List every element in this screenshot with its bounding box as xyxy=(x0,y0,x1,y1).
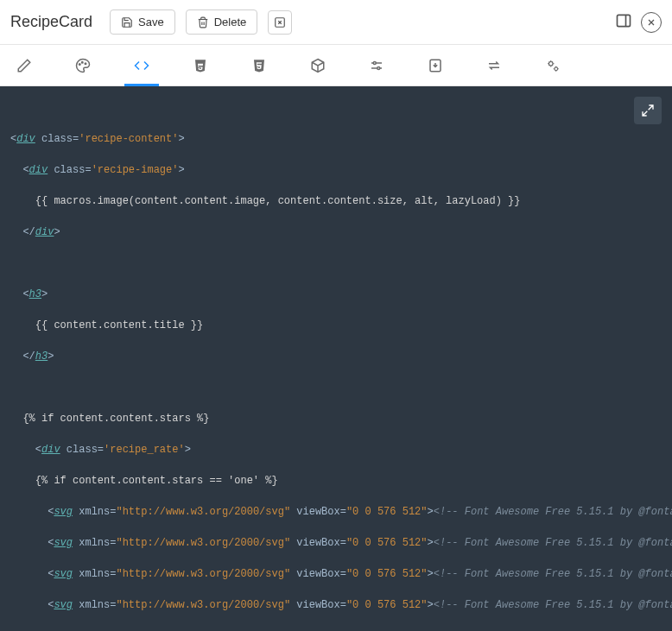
tab-html[interactable] xyxy=(187,45,214,86)
code-line: <h3> xyxy=(10,287,662,302)
html-shield-icon xyxy=(193,58,208,73)
trash-icon xyxy=(197,16,209,28)
swap-icon xyxy=(486,58,502,73)
expand-icon xyxy=(641,104,655,117)
tab-style[interactable] xyxy=(69,45,97,86)
expand-button[interactable] xyxy=(634,97,662,124)
code-line xyxy=(10,380,662,395)
delete-label: Delete xyxy=(214,16,247,28)
x-icon xyxy=(646,17,656,28)
sliders-icon xyxy=(369,58,384,73)
x-square-icon xyxy=(274,16,286,28)
gears-icon xyxy=(545,58,561,73)
code-line: <svg xmlns="http://www.w3.org/2000/svg" … xyxy=(10,535,662,551)
tab-css[interactable] xyxy=(245,45,273,86)
tab-config[interactable] xyxy=(539,45,567,86)
close-circle-button[interactable] xyxy=(641,12,662,33)
save-label: Save xyxy=(138,16,164,28)
code-line: <div class='recipe_rate'> xyxy=(10,442,662,457)
palette-icon xyxy=(75,58,91,73)
panel-icon xyxy=(615,12,632,29)
panel-toggle-button[interactable] xyxy=(615,12,632,33)
toolbar: RecipeCard Save Delete xyxy=(0,0,672,45)
css-shield-icon xyxy=(251,58,267,73)
tab-edit[interactable] xyxy=(10,45,38,86)
code-line: {% if content.content.stars %} xyxy=(10,411,662,426)
tab-settings[interactable] xyxy=(363,45,390,86)
tab-code[interactable] xyxy=(128,45,155,86)
code-line: <svg xmlns="http://www.w3.org/2000/svg" … xyxy=(10,597,662,613)
code-line: <div class='recipe-image'> xyxy=(10,162,662,178)
download-icon xyxy=(428,58,443,73)
code-line: {{ macros.image(content.content.image, c… xyxy=(10,193,662,209)
code-line xyxy=(10,256,662,271)
code-editor[interactable]: <div class='recipe-content'> <div class=… xyxy=(0,86,672,631)
svg-point-8 xyxy=(82,61,84,63)
svg-point-16 xyxy=(555,66,558,70)
svg-rect-3 xyxy=(618,15,631,26)
page-title: RecipeCard xyxy=(10,13,92,31)
close-square-button[interactable] xyxy=(268,10,292,35)
code-icon xyxy=(134,58,149,73)
delete-button[interactable]: Delete xyxy=(186,9,258,35)
cube-icon xyxy=(310,58,326,73)
pencil-icon xyxy=(16,58,32,73)
save-button[interactable]: Save xyxy=(110,9,175,35)
svg-point-13 xyxy=(377,66,380,69)
toolbar-right xyxy=(615,12,662,33)
code-line: </div> xyxy=(10,224,662,240)
code-line: <div class='recipe-content'> xyxy=(10,131,662,147)
code-line: <svg xmlns="http://www.w3.org/2000/svg" … xyxy=(10,504,662,520)
tab-package[interactable] xyxy=(304,45,332,86)
save-icon xyxy=(121,16,133,28)
tab-bar xyxy=(0,45,672,86)
svg-point-9 xyxy=(85,63,86,65)
svg-point-11 xyxy=(373,61,376,64)
code-line: </h3> xyxy=(10,349,662,364)
tab-download[interactable] xyxy=(422,45,449,86)
code-line: <svg xmlns="http://www.w3.org/2000/svg" … xyxy=(10,566,662,582)
code-line: {% if content.content.stars == 'one' %} xyxy=(10,473,662,489)
code-line: {{ content.content.title }} xyxy=(10,318,662,333)
svg-point-7 xyxy=(79,63,81,65)
tab-sync[interactable] xyxy=(480,45,508,86)
